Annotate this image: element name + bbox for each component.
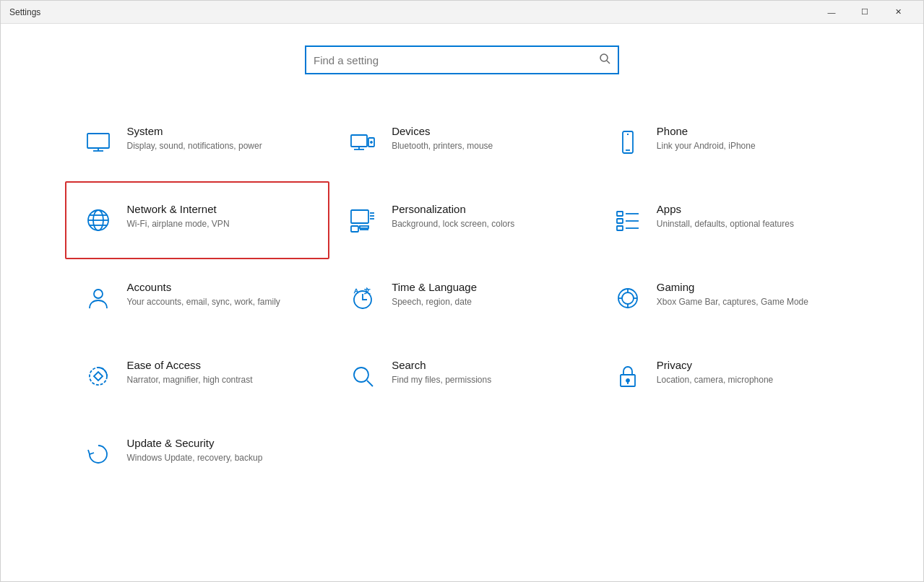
apps-icon bbox=[610, 203, 645, 238]
accounts-name: Accounts bbox=[127, 281, 280, 293]
setting-item-search[interactable]: SearchFind my files, permissions bbox=[329, 337, 595, 415]
setting-item-personalization[interactable]: PersonalizationBackground, lock screen, … bbox=[329, 181, 595, 259]
time-text: Time & LanguageSpeech, region, date bbox=[392, 281, 477, 308]
privacy-desc: Location, camera, microphone bbox=[657, 374, 773, 386]
phone-desc: Link your Android, iPhone bbox=[657, 140, 756, 152]
network-icon bbox=[81, 203, 116, 238]
system-text: SystemDisplay, sound, notifications, pow… bbox=[127, 125, 262, 152]
setting-item-gaming[interactable]: GamingXbox Game Bar, captures, Game Mode bbox=[595, 259, 860, 337]
apps-text: AppsUninstall, defaults, optional featur… bbox=[657, 203, 794, 230]
time-icon: A 文 bbox=[345, 281, 380, 316]
setting-item-network[interactable]: Network & InternetWi-Fi, airplane mode, … bbox=[65, 181, 330, 259]
time-name: Time & Language bbox=[392, 281, 477, 293]
phone-icon bbox=[610, 125, 645, 160]
svg-point-31 bbox=[94, 290, 103, 298]
svg-rect-27 bbox=[617, 226, 623, 230]
search-icon bbox=[599, 53, 610, 67]
setting-item-privacy[interactable]: PrivacyLocation, camera, microphone bbox=[595, 337, 860, 415]
setting-item-devices[interactable]: DevicesBluetooth, printers, mouse bbox=[329, 103, 595, 181]
window-title: Settings bbox=[9, 7, 40, 17]
ease-text: Ease of AccessNarrator, magnifier, high … bbox=[127, 359, 253, 386]
setting-item-ease[interactable]: Ease of AccessNarrator, magnifier, high … bbox=[65, 337, 330, 415]
svg-point-42 bbox=[354, 368, 368, 382]
personalization-text: PersonalizationBackground, lock screen, … bbox=[392, 203, 514, 230]
apps-desc: Uninstall, defaults, optional features bbox=[657, 218, 794, 230]
accounts-desc: Your accounts, email, sync, work, family bbox=[127, 296, 280, 308]
setting-item-system[interactable]: SystemDisplay, sound, notifications, pow… bbox=[65, 103, 330, 181]
devices-icon bbox=[345, 125, 380, 160]
svg-rect-26 bbox=[617, 219, 623, 223]
settings-grid: SystemDisplay, sound, notifications, pow… bbox=[65, 103, 860, 493]
accounts-text: AccountsYour accounts, email, sync, work… bbox=[127, 281, 280, 308]
update-desc: Windows Update, recovery, backup bbox=[127, 452, 263, 464]
personalization-name: Personalization bbox=[392, 203, 514, 215]
devices-text: DevicesBluetooth, printers, mouse bbox=[392, 125, 493, 152]
setting-item-phone[interactable]: PhoneLink your Android, iPhone bbox=[595, 103, 860, 181]
search-wrapper bbox=[44, 45, 880, 74]
accounts-icon bbox=[81, 281, 116, 316]
privacy-text: PrivacyLocation, camera, microphone bbox=[657, 359, 773, 386]
privacy-icon bbox=[610, 359, 645, 394]
setting-item-accounts[interactable]: AccountsYour accounts, email, sync, work… bbox=[65, 259, 330, 337]
maximize-button[interactable]: ☐ bbox=[848, 1, 881, 24]
privacy-name: Privacy bbox=[657, 359, 773, 371]
ease-icon bbox=[81, 359, 116, 394]
search-icon bbox=[345, 359, 380, 394]
devices-name: Devices bbox=[392, 125, 493, 137]
svg-rect-5 bbox=[351, 135, 367, 147]
svg-rect-2 bbox=[87, 134, 109, 148]
svg-point-9 bbox=[371, 142, 372, 143]
search-bar[interactable] bbox=[305, 45, 619, 74]
svg-line-43 bbox=[367, 381, 373, 386]
svg-point-36 bbox=[622, 292, 634, 304]
setting-item-time[interactable]: A 文 Time & LanguageSpeech, region, date bbox=[329, 259, 595, 337]
network-desc: Wi-Fi, airplane mode, VPN bbox=[127, 218, 230, 230]
svg-text:A: A bbox=[354, 287, 358, 295]
svg-point-45 bbox=[626, 379, 629, 382]
ease-desc: Narrator, magnifier, high contrast bbox=[127, 374, 253, 386]
phone-name: Phone bbox=[657, 125, 756, 137]
svg-rect-18 bbox=[351, 210, 368, 223]
update-icon bbox=[81, 437, 116, 472]
network-name: Network & Internet bbox=[127, 203, 230, 215]
search-input[interactable] bbox=[314, 54, 599, 66]
title-bar: Settings — ☐ ✕ bbox=[1, 1, 923, 24]
svg-rect-19 bbox=[351, 226, 358, 232]
time-desc: Speech, region, date bbox=[392, 296, 477, 308]
search-name: Search bbox=[392, 359, 491, 371]
ease-name: Ease of Access bbox=[127, 359, 253, 371]
devices-desc: Bluetooth, printers, mouse bbox=[392, 140, 493, 152]
window-controls: — ☐ ✕ bbox=[815, 1, 915, 24]
setting-item-apps[interactable]: AppsUninstall, defaults, optional featur… bbox=[595, 181, 860, 259]
gaming-text: GamingXbox Game Bar, captures, Game Mode bbox=[657, 281, 808, 308]
close-button[interactable]: ✕ bbox=[881, 1, 915, 24]
network-text: Network & InternetWi-Fi, airplane mode, … bbox=[127, 203, 230, 230]
svg-line-1 bbox=[607, 61, 610, 64]
phone-text: PhoneLink your Android, iPhone bbox=[657, 125, 756, 152]
svg-text:文: 文 bbox=[364, 287, 371, 295]
personalization-icon bbox=[345, 203, 380, 238]
main-content: SystemDisplay, sound, notifications, pow… bbox=[1, 24, 923, 581]
settings-window: Settings — ☐ ✕ SystemDisplay, sound, n bbox=[0, 0, 924, 582]
update-text: Update & SecurityWindows Update, recover… bbox=[127, 437, 263, 464]
system-desc: Display, sound, notifications, power bbox=[127, 140, 262, 152]
system-icon bbox=[81, 125, 116, 160]
setting-item-update[interactable]: Update & SecurityWindows Update, recover… bbox=[65, 415, 330, 493]
update-name: Update & Security bbox=[127, 437, 263, 449]
gaming-desc: Xbox Game Bar, captures, Game Mode bbox=[657, 296, 808, 308]
apps-name: Apps bbox=[657, 203, 794, 215]
svg-rect-20 bbox=[360, 226, 368, 228]
personalization-desc: Background, lock screen, colors bbox=[392, 218, 514, 230]
gaming-icon bbox=[610, 281, 645, 316]
system-name: System bbox=[127, 125, 262, 137]
svg-point-0 bbox=[600, 54, 608, 61]
gaming-name: Gaming bbox=[657, 281, 808, 293]
svg-rect-25 bbox=[617, 212, 623, 216]
search-desc: Find my files, permissions bbox=[392, 374, 491, 386]
search-text: SearchFind my files, permissions bbox=[392, 359, 491, 386]
minimize-button[interactable]: — bbox=[815, 1, 848, 24]
